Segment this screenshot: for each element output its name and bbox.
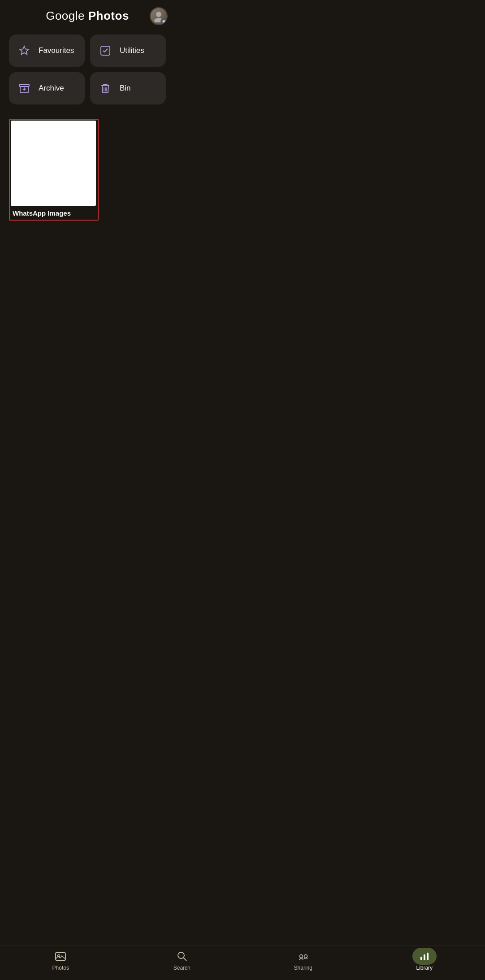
svg-rect-7 bbox=[19, 84, 29, 87]
archive-icon bbox=[18, 82, 30, 95]
app-title: Google Photos bbox=[46, 9, 129, 23]
whatsapp-images-album[interactable]: WhatsApp Images bbox=[9, 119, 99, 221]
bin-button[interactable]: Bin bbox=[90, 72, 166, 104]
favourites-button[interactable]: Favourites bbox=[9, 35, 85, 67]
album-label: WhatsApp Images bbox=[11, 206, 97, 219]
archive-button[interactable]: Archive bbox=[9, 72, 85, 104]
albums-section: WhatsApp Images bbox=[0, 112, 175, 228]
archive-label: Archive bbox=[39, 84, 64, 93]
header: Google Photos bbox=[0, 0, 175, 27]
grid-section: Favourites Utilities Archive bbox=[0, 27, 175, 112]
bin-label: Bin bbox=[120, 84, 131, 93]
avatar-container[interactable] bbox=[150, 7, 168, 25]
utilities-button[interactable]: Utilities bbox=[90, 35, 166, 67]
utilities-label: Utilities bbox=[120, 46, 144, 55]
bin-icon bbox=[99, 82, 112, 95]
avatar-badge bbox=[160, 18, 168, 25]
svg-point-0 bbox=[156, 12, 161, 17]
utilities-icon bbox=[99, 44, 112, 57]
svg-marker-5 bbox=[20, 46, 28, 54]
avatar[interactable] bbox=[150, 7, 168, 25]
album-thumbnail bbox=[11, 121, 96, 206]
star-icon bbox=[18, 44, 30, 57]
favourites-label: Favourites bbox=[39, 46, 74, 55]
